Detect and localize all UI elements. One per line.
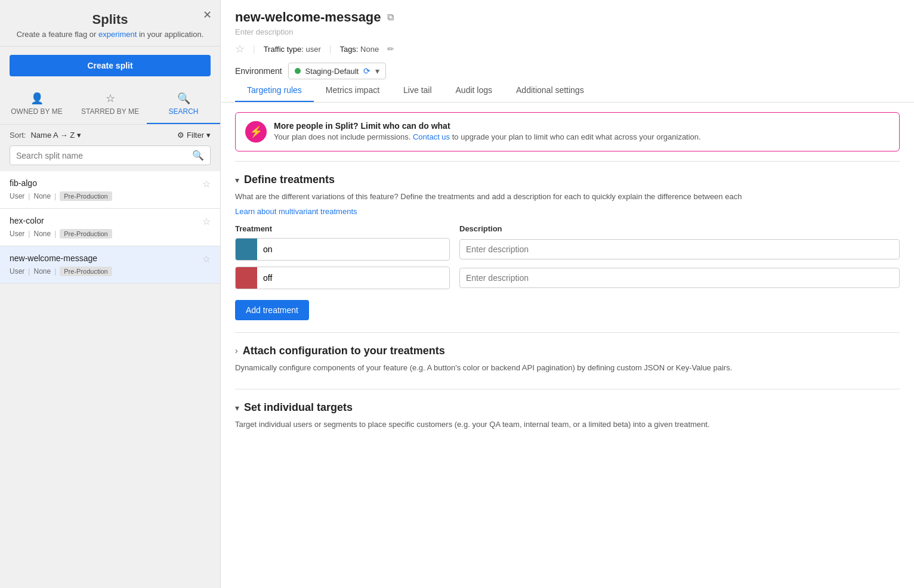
person-icon: 👤 — [30, 92, 44, 105]
traffic-type: Traffic type: user — [264, 45, 321, 54]
experiment-link[interactable]: experiment — [98, 30, 137, 39]
copy-icon[interactable]: ⧉ — [387, 12, 394, 23]
meta-row: ☆ | Traffic type: user | Tags: None ✏ — [235, 42, 900, 55]
search-nav-icon: 🔍 — [177, 92, 190, 105]
sidebar-nav: 👤 OWNED BY ME ☆ STARRED BY ME 🔍 SEARCH — [0, 85, 220, 125]
split-name: hex-color — [10, 216, 112, 225]
banner-text: More people in Split? Limit who can do w… — [274, 121, 701, 141]
tab-metrics[interactable]: Metrics impact — [314, 79, 391, 102]
treatments-table: Treatment Description — [235, 224, 900, 320]
section-title: Define treatments — [244, 174, 335, 186]
split-badge: Pre-Production — [60, 191, 112, 201]
sort-row: Sort: Name A → Z ▾ ⚙ Filter ▾ — [0, 125, 220, 146]
search-icon: 🔍 — [192, 150, 204, 161]
description-placeholder[interactable]: Enter description — [235, 27, 900, 36]
attach-config-section: › Attach configuration to your treatment… — [235, 332, 900, 389]
set-targets-section: ▾ Set individual targets Target individu… — [235, 389, 900, 446]
sidebar-title: Splits — [10, 12, 211, 27]
section-header: › Attach configuration to your treatment… — [235, 345, 900, 357]
tags: Tags: None — [339, 45, 379, 54]
refresh-icon[interactable]: ⟳ — [363, 66, 370, 76]
contact-us-link[interactable]: Contact us — [413, 132, 450, 141]
search-box: 🔍 — [10, 146, 211, 165]
main-header: new-welcome-message ⧉ Enter description … — [221, 0, 914, 103]
content-body: ▾ Define treatments What are the differe… — [221, 161, 914, 446]
environment-row: Environment Staging-Default ⟳ ▾ — [235, 63, 900, 79]
table-row — [235, 267, 900, 289]
treatment-name-input[interactable] — [257, 268, 449, 287]
sidebar: ✕ Splits Create a feature flag or experi… — [0, 0, 221, 588]
star-icon[interactable]: ☆ — [202, 253, 211, 265]
close-button[interactable]: ✕ — [203, 8, 212, 21]
environment-selector[interactable]: Staging-Default ⟳ ▾ — [288, 63, 387, 79]
tab-audit[interactable]: Audit logs — [444, 79, 504, 102]
section-header: ▾ Define treatments — [235, 174, 900, 186]
collapse-toggle[interactable]: ▾ — [235, 175, 239, 185]
main-content: new-welcome-message ⧉ Enter description … — [221, 0, 914, 588]
tab-targeting[interactable]: Targeting rules — [235, 79, 314, 102]
treatment-input-wrap — [235, 238, 450, 261]
list-item[interactable]: new-welcome-message User | None | Pre-Pr… — [0, 246, 220, 284]
chevron-down-icon: ▾ — [77, 131, 81, 140]
section-description: Dynamically configure components of your… — [235, 362, 900, 374]
split-badge: Pre-Production — [60, 267, 112, 276]
section-title: Attach configuration to your treatments — [243, 345, 445, 357]
split-name: fib-algo — [10, 178, 112, 188]
chevron-down-icon[interactable]: ▾ — [375, 66, 379, 76]
env-status-dot — [295, 68, 301, 74]
environment-label: Environment — [235, 66, 282, 76]
filter-icon: ⚙ — [177, 131, 184, 140]
treatment-name-input[interactable] — [257, 240, 449, 259]
tab-livetail[interactable]: Live tail — [391, 79, 443, 102]
table-row — [235, 238, 900, 261]
section-title: Set individual targets — [244, 401, 353, 414]
list-item[interactable]: fib-algo User | None | Pre-Production ☆ — [0, 171, 220, 209]
tab-settings[interactable]: Additional settings — [504, 79, 596, 102]
split-item-content: hex-color User | None | Pre-Production — [10, 216, 112, 239]
define-treatments-section: ▾ Define treatments What are the differe… — [235, 161, 900, 332]
sidebar-nav-search[interactable]: 🔍 SEARCH — [147, 85, 220, 124]
title-row: new-welcome-message ⧉ — [235, 10, 900, 25]
learn-more-link[interactable]: Learn about multivariant treatments — [235, 207, 357, 216]
sort-dropdown[interactable]: Name A → Z ▾ — [30, 131, 81, 140]
permissions-banner: ⚡ More people in Split? Limit who can do… — [235, 112, 900, 151]
filter-chevron-icon: ▾ — [206, 131, 211, 140]
treatment-color-swatch[interactable] — [236, 267, 257, 289]
collapse-toggle[interactable]: › — [235, 346, 238, 355]
split-item-content: new-welcome-message User | None | Pre-Pr… — [10, 253, 112, 276]
sort-label: Sort: — [10, 131, 26, 140]
list-item[interactable]: hex-color User | None | Pre-Production ☆ — [0, 209, 220, 246]
environment-name: Staging-Default — [305, 67, 359, 76]
section-description: Target individual users or segments to p… — [235, 419, 900, 431]
treatment-input-wrap — [235, 267, 450, 289]
split-list: fib-algo User | None | Pre-Production ☆ … — [0, 171, 220, 588]
collapse-toggle[interactable]: ▾ — [235, 403, 239, 413]
section-description: What are the different variations of thi… — [235, 191, 900, 203]
section-header: ▾ Set individual targets — [235, 401, 900, 414]
banner-icon: ⚡ — [245, 121, 267, 143]
filter-button[interactable]: ⚙ Filter ▾ — [177, 131, 211, 140]
add-treatment-button[interactable]: Add treatment — [235, 300, 309, 320]
treatment-description-input[interactable] — [459, 268, 900, 288]
create-split-button[interactable]: Create split — [10, 55, 211, 76]
treatment-color-swatch[interactable] — [236, 239, 257, 260]
sidebar-header: ✕ Splits Create a feature flag or experi… — [0, 0, 220, 47]
split-badge: Pre-Production — [60, 229, 112, 239]
favorite-icon[interactable]: ☆ — [235, 42, 245, 55]
treatments-header: Treatment Description — [235, 224, 900, 233]
sidebar-nav-owned[interactable]: 👤 OWNED BY ME — [0, 85, 73, 124]
banner-description: Your plan does not include permissions. … — [274, 132, 701, 141]
split-meta: User | None | Pre-Production — [10, 191, 112, 201]
split-item-content: fib-algo User | None | Pre-Production — [10, 178, 112, 201]
search-input[interactable] — [16, 151, 192, 160]
sidebar-nav-starred[interactable]: ☆ STARRED BY ME — [73, 85, 147, 124]
sidebar-subtitle: Create a feature flag or experiment in y… — [10, 30, 211, 39]
treatment-description-input[interactable] — [459, 239, 900, 259]
star-icon[interactable]: ☆ — [202, 178, 211, 190]
split-meta: User | None | Pre-Production — [10, 267, 112, 276]
split-meta: User | None | Pre-Production — [10, 229, 112, 239]
split-name: new-welcome-message — [10, 253, 112, 263]
edit-tags-icon[interactable]: ✏ — [387, 44, 394, 54]
page-title: new-welcome-message — [235, 10, 381, 25]
star-icon[interactable]: ☆ — [202, 216, 211, 227]
